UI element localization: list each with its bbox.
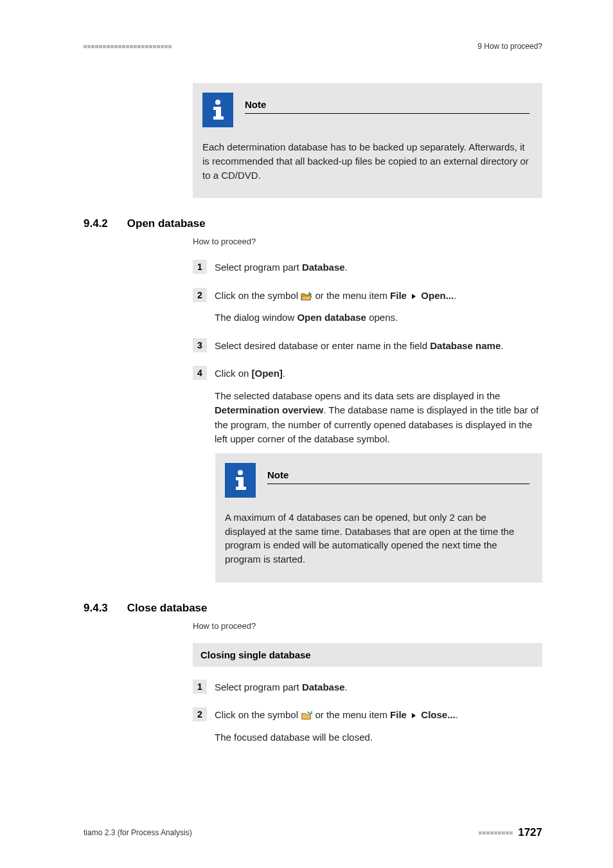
section-number: 9.4.3 xyxy=(84,602,108,615)
svg-point-0 xyxy=(215,100,220,105)
close-folder-icon xyxy=(301,710,312,720)
note-title: Note xyxy=(245,99,529,114)
menu-arrow-icon xyxy=(412,294,416,299)
step-number: 4 xyxy=(193,366,207,380)
step-body: Click on the symbol or the menu item Fil… xyxy=(215,288,542,325)
svg-point-4 xyxy=(238,470,243,475)
svg-rect-3 xyxy=(213,116,224,120)
footer-decoration xyxy=(479,831,513,835)
step-number: 2 xyxy=(193,707,207,721)
subsection-label: How to proceed? xyxy=(193,235,542,247)
header-decoration xyxy=(84,45,172,48)
step-body: Click on [Open]. The selected database o… xyxy=(215,366,542,447)
footer-product: tiamo 2.3 (for Process Analysis) xyxy=(84,828,192,837)
header-chapter: 9 How to proceed? xyxy=(477,42,542,51)
step-number: 1 xyxy=(193,680,207,694)
subsection-label: How to proceed? xyxy=(193,620,542,631)
open-folder-icon xyxy=(301,291,312,300)
note-body: Each determination database has to be ba… xyxy=(202,140,529,182)
page-number: 1727 xyxy=(518,826,542,839)
closing-single-database-title: Closing single database xyxy=(193,643,542,667)
step-number: 1 xyxy=(193,260,207,274)
note-body: A maximum of 4 databases can be opened, … xyxy=(225,511,529,566)
step-number: 2 xyxy=(193,288,207,302)
step-number: 3 xyxy=(193,338,207,352)
step-942-2: 2 Click on the symbol or the menu item F… xyxy=(193,288,542,325)
menu-arrow-icon xyxy=(412,713,416,718)
page-footer: tiamo 2.3 (for Process Analysis) 1727 xyxy=(84,826,542,839)
section-title: Open database xyxy=(127,217,206,230)
step-body: Select program part Database. xyxy=(215,260,542,275)
note-title: Note xyxy=(267,469,529,484)
info-icon xyxy=(202,93,233,127)
svg-rect-7 xyxy=(236,487,246,490)
section-heading-942: 9.4.2 Open database xyxy=(84,217,542,230)
section-heading-943: 9.4.3 Close database xyxy=(84,602,542,615)
note-block-1: Note Each determination database has to … xyxy=(193,83,542,198)
step-943-2: 2 Click on the symbol or the menu item F… xyxy=(193,707,542,745)
step-body: Select program part Database. xyxy=(215,680,542,695)
page-header: 9 How to proceed? xyxy=(84,42,542,51)
info-icon xyxy=(225,463,256,498)
section-title: Close database xyxy=(127,602,208,615)
step-942-1: 1 Select program part Database. xyxy=(193,260,542,275)
step-942-3: 3 Select desired database or enter name … xyxy=(193,338,542,354)
step-body: Click on the symbol or the menu item Fil… xyxy=(215,707,542,745)
step-942-4: 4 Click on [Open]. The selected database… xyxy=(193,366,542,447)
note-block-2: Note A maximum of 4 databases can be ope… xyxy=(215,453,542,583)
step-943-1: 1 Select program part Database. xyxy=(193,680,542,695)
section-number: 9.4.2 xyxy=(84,217,108,230)
step-body: Select desired database or enter name in… xyxy=(215,338,542,354)
